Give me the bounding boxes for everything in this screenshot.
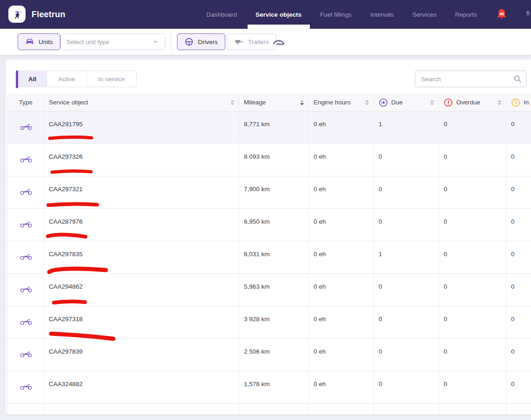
- page: Fleetrun Dashboard Service objects Fuel …: [0, 0, 531, 420]
- tab-all[interactable]: All: [18, 71, 47, 87]
- table-row[interactable]: CAA297835 6,031 km 0 eh 1 0 0: [6, 241, 531, 274]
- engine-hours-value: 0 eh: [309, 144, 374, 176]
- service-object-name[interactable]: CAA297839: [44, 339, 239, 371]
- mechanic-character-icon: [11, 8, 23, 20]
- mileage-value: 3 928 km: [239, 306, 309, 338]
- in-progress-count: 0: [506, 176, 531, 208]
- in-progress-count: 0: [506, 371, 531, 403]
- table-row[interactable]: CAA324882 1,578 km 0 eh 0 0 0: [6, 371, 531, 404]
- engine-hours-value: 0 eh: [309, 209, 374, 241]
- column-header-engine-hours[interactable]: Engine hours: [309, 94, 374, 111]
- column-header-mileage[interactable]: Mileage: [239, 94, 309, 111]
- tab-in-service[interactable]: In service: [87, 71, 137, 87]
- fleetrun-logo[interactable]: [8, 6, 26, 23]
- column-header-due[interactable]: Due: [374, 94, 439, 111]
- app-header: Fleetrun Dashboard Service objects Fuel …: [0, 0, 531, 29]
- trailers-button-label: Trailers: [248, 39, 269, 45]
- row-type-cell: [8, 209, 44, 241]
- motorcycle-icon: [20, 123, 32, 130]
- units-button-label: Units: [39, 39, 53, 45]
- service-object-name[interactable]: CAA287976: [44, 209, 239, 241]
- due-count: 0: [374, 144, 439, 176]
- carport-icon[interactable]: [272, 36, 285, 48]
- table-row[interactable]: CAA291795 8,771 km 0 eh 1 0 0: [6, 111, 531, 144]
- in-progress-count: 0: [506, 111, 531, 143]
- unit-type-select[interactable]: Select unit type: [60, 33, 165, 50]
- nav-item-fuel-fillings[interactable]: Fuel fillings: [320, 0, 352, 29]
- engine-hours-value: 0 eh: [309, 339, 374, 371]
- steering-wheel-icon: [184, 37, 194, 46]
- row-type-cell: [8, 144, 44, 176]
- row-type-cell: [8, 241, 44, 273]
- table-header-row: Type Service object Mileage Engine hours: [6, 94, 531, 111]
- overdue-count: 0: [439, 209, 506, 241]
- motorcycle-icon: [20, 285, 32, 293]
- table-row[interactable]: CAA287976 6,950 km 0 eh 0 0 0: [6, 209, 531, 241]
- nav-item-reports[interactable]: Reports: [455, 0, 477, 29]
- mileage-value: 8 093 km: [239, 144, 309, 176]
- overdue-count: 0: [439, 176, 506, 208]
- service-object-name[interactable]: CAA297326: [44, 144, 239, 176]
- search-input[interactable]: [415, 71, 526, 87]
- engine-hours-value: 0 eh: [309, 306, 374, 338]
- due-icon: [379, 98, 388, 107]
- drivers-button-label: Drivers: [198, 39, 218, 45]
- notifications-bell-icon[interactable]: 45: [495, 7, 508, 21]
- nav-item-intervals[interactable]: Intervals: [370, 0, 394, 29]
- engine-hours-value: 0 eh: [309, 371, 374, 403]
- mileage-value: 6,950 km: [239, 209, 309, 241]
- in-progress-count: 0: [506, 306, 531, 338]
- in-progress-clock-icon: [511, 98, 520, 107]
- trailers-button[interactable]: Trailers: [227, 33, 276, 50]
- table-row[interactable]: CAA297839 2 506 km 0 eh 0 0 0: [6, 339, 531, 371]
- tab-active[interactable]: Active: [47, 71, 87, 87]
- sort-icon[interactable]: [228, 100, 234, 105]
- nav-item-service-objects[interactable]: Service objects: [256, 0, 302, 29]
- due-count: 1: [374, 241, 439, 273]
- row-type-cell: [8, 111, 44, 143]
- motorcycle-icon: [20, 220, 32, 228]
- service-object-name[interactable]: CAA297835: [44, 241, 239, 273]
- table-body: CAA291795 8,771 km 0 eh 1 0 0 CAA297326 …: [6, 111, 531, 404]
- table-row[interactable]: CAA297326 8 093 km 0 eh 0 0 0: [6, 144, 531, 176]
- row-type-cell: [8, 371, 44, 403]
- table-row[interactable]: CAA297318 3 928 km 0 eh 0 0 0: [6, 306, 531, 339]
- due-count: 0: [374, 274, 439, 306]
- overdue-icon: [444, 98, 453, 107]
- table-row[interactable]: CAA297321 7,900 km 0 eh 0 0 0: [6, 176, 531, 209]
- motorcycle-icon: [20, 252, 32, 260]
- overdue-count: 0: [439, 371, 506, 403]
- account-name-partial[interactable]: fl: [526, 10, 530, 17]
- column-header-in-progress[interactable]: In progress: [506, 94, 531, 111]
- service-object-name[interactable]: CAA297318: [44, 306, 239, 338]
- nav-item-dashboard[interactable]: Dashboard: [206, 0, 237, 29]
- table-row-partial[interactable]: [6, 404, 531, 414]
- nav-item-services[interactable]: Services: [413, 0, 437, 29]
- in-progress-count: 0: [506, 241, 531, 273]
- service-object-name[interactable]: CAA324882: [44, 371, 239, 403]
- due-count: 0: [374, 209, 439, 241]
- column-header-overdue[interactable]: Overdue: [439, 94, 506, 111]
- drivers-button[interactable]: Drivers: [177, 33, 225, 50]
- car-icon: [25, 37, 34, 46]
- due-count: 0: [374, 306, 439, 338]
- due-count: 0: [374, 339, 439, 371]
- motorcycle-icon: [20, 187, 32, 195]
- sort-icon[interactable]: [362, 100, 369, 105]
- service-object-name[interactable]: CAA294862: [44, 274, 239, 306]
- service-object-name[interactable]: CAA297321: [44, 176, 239, 208]
- due-count: 1: [374, 111, 439, 143]
- search-icon[interactable]: [513, 74, 522, 85]
- service-object-name[interactable]: CAA291795: [44, 111, 239, 143]
- table-row[interactable]: CAA294862 5,963 km 0 eh 0 0 0: [6, 274, 531, 306]
- filter-bar: Units Select unit type Drivers Trailer: [0, 29, 531, 55]
- units-button[interactable]: Units: [18, 33, 60, 50]
- sort-icon[interactable]: [297, 100, 304, 105]
- engine-hours-value: 0 eh: [309, 176, 374, 208]
- trailer-icon: [234, 37, 244, 46]
- motorcycle-icon: [20, 317, 32, 325]
- sort-icon[interactable]: [495, 100, 501, 105]
- card-toolbar: All Active In service: [6, 59, 531, 94]
- sort-icon[interactable]: [427, 100, 434, 105]
- column-header-service-object[interactable]: Service object: [44, 94, 239, 111]
